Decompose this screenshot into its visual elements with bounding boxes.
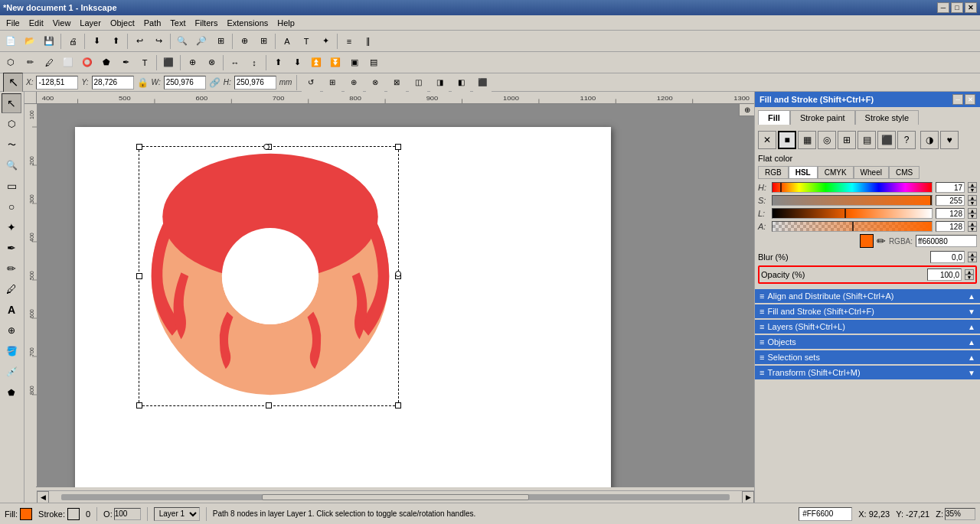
pencil-tool-btn[interactable]: ✏	[2, 259, 21, 278]
new-button[interactable]: 📄	[2, 32, 20, 50]
polygon-tool2[interactable]: ⬟	[97, 54, 116, 72]
fill-stroke-section-header[interactable]: ≡ Fill and Stroke (Shift+Ctrl+F) ▼	[755, 304, 980, 318]
tab-fill[interactable]: Fill	[758, 110, 790, 125]
top-btn[interactable]: ⏫	[307, 54, 325, 72]
scrollbar-thumb[interactable]	[262, 494, 529, 500]
handle-tl[interactable]	[136, 144, 142, 150]
h-scrollbar[interactable]: ◀ ▶	[37, 490, 754, 503]
grid-button[interactable]: ⊞	[254, 32, 273, 50]
fill-invert-btn[interactable]: ◑	[920, 131, 939, 149]
color-mode-cmyk[interactable]: CMYK	[818, 166, 854, 179]
undo-button[interactable]: ↩	[130, 32, 149, 50]
import-button[interactable]: ⬇	[87, 32, 106, 50]
flip-v-btn[interactable]: ↕	[245, 54, 263, 72]
color-mode-rgb[interactable]: RGB	[758, 166, 789, 179]
fill-swatch-btn[interactable]: ⬛	[877, 131, 896, 149]
text-tool-btn[interactable]: A	[2, 300, 21, 320]
menu-object[interactable]: Object	[106, 17, 139, 29]
h-slider[interactable]	[772, 182, 933, 193]
bezier-tool-btn[interactable]: ✒	[2, 238, 21, 258]
callig-tool-btn[interactable]: 🖊	[2, 279, 21, 299]
save-button[interactable]: 💾	[40, 32, 58, 50]
maximize-button[interactable]: □	[951, 2, 963, 13]
flip-h-btn[interactable]: ↔	[226, 54, 244, 72]
s-stepper[interactable]: ▲ ▼	[968, 195, 977, 206]
l-stepper[interactable]: ▲ ▼	[968, 208, 977, 219]
print-button[interactable]: 🖨	[64, 32, 82, 50]
h-stepper[interactable]: ▲ ▼	[968, 182, 977, 193]
a-down-btn[interactable]: ▼	[968, 226, 977, 232]
selection-sets-section-header[interactable]: ≡ Selection sets ▲	[755, 350, 980, 364]
tweak-tool-btn[interactable]: 〜	[2, 135, 21, 155]
zoom-tool-btn[interactable]: 🔍	[2, 155, 21, 175]
snap4-btn[interactable]: ⊠	[387, 73, 406, 92]
l-value-input[interactable]	[936, 208, 965, 219]
snap2-btn[interactable]: ⊕	[345, 73, 363, 92]
opacity-up-btn[interactable]: ▲	[965, 269, 974, 275]
s-down-btn[interactable]: ▼	[968, 200, 977, 206]
transform-button[interactable]: T	[297, 32, 315, 50]
menu-help[interactable]: Help	[273, 17, 299, 29]
objects-section-header[interactable]: ≡ Objects ▲	[755, 335, 980, 349]
snap-global-btn[interactable]: ⊞	[323, 73, 341, 92]
drawing-canvas[interactable]	[75, 127, 611, 487]
snap7-btn[interactable]: ◧	[452, 73, 470, 92]
raise-btn[interactable]: ⬆	[269, 54, 287, 72]
fill-btn[interactable]: ⬛	[159, 54, 178, 72]
rgba-input[interactable]	[916, 235, 977, 247]
node-tool2[interactable]: ⬡	[2, 54, 20, 72]
stroke-color-swatch[interactable]	[67, 508, 80, 520]
canvas-scroll-area[interactable]: ⊕	[37, 104, 754, 487]
l-slider[interactable]	[772, 208, 933, 219]
menu-extensions[interactable]: Extensions	[222, 17, 273, 29]
minimize-button[interactable]: ─	[937, 2, 949, 13]
node-edit-tool-btn[interactable]: ⬡	[2, 114, 21, 134]
align-button[interactable]: A	[278, 32, 296, 50]
fill-linear-btn[interactable]: ▦	[798, 131, 816, 149]
fill-color-swatch[interactable]	[20, 508, 32, 520]
opacity-stepper[interactable]: ▲ ▼	[965, 269, 974, 280]
selector-tool-btn[interactable]: ↖	[2, 93, 21, 113]
lock-icon[interactable]: 🔒	[137, 77, 149, 88]
bezier-handle-top[interactable]	[263, 144, 270, 150]
canvas-area[interactable]: 400 500 600 700 800 900 1000 1100 1200 1…	[24, 92, 754, 503]
menu-path[interactable]: Path	[139, 17, 166, 29]
color-mode-hsl[interactable]: HSL	[789, 166, 818, 179]
circ-tool2[interactable]: ⭕	[78, 54, 96, 72]
zoom-fit-button[interactable]: ⊞	[211, 32, 230, 50]
pen-tool2[interactable]: ✒	[116, 54, 135, 72]
s-slider[interactable]	[772, 195, 933, 206]
fill-flat-btn[interactable]: ■	[778, 131, 796, 149]
more-tool1[interactable]: ⊕	[183, 54, 201, 72]
a-slider[interactable]	[772, 221, 933, 232]
color-mode-wheel[interactable]: Wheel	[854, 166, 889, 179]
transform-section-header[interactable]: ≡ Transform (Shift+Ctrl+M) ▼	[755, 366, 980, 379]
ungroup-btn[interactable]: ▤	[364, 54, 383, 72]
a-value-input[interactable]	[936, 221, 965, 232]
spray-tool-btn[interactable]: ⊕	[2, 321, 21, 340]
menu-file[interactable]: File	[2, 17, 24, 29]
xml-editor-button[interactable]: ✦	[316, 32, 335, 50]
redo-button[interactable]: ↪	[149, 32, 168, 50]
menu-edit[interactable]: Edit	[24, 17, 48, 29]
scrollbar-track[interactable]	[61, 494, 730, 500]
zoom-input[interactable]	[945, 508, 975, 520]
snap6-btn[interactable]: ◨	[430, 73, 449, 92]
open-button[interactable]: 📂	[21, 32, 39, 50]
layers-section-header[interactable]: ≡ Layers (Shift+Ctrl+L) ▲	[755, 320, 980, 334]
w-input[interactable]	[164, 76, 206, 90]
opacity-input[interactable]	[927, 269, 962, 281]
circle-tool-btn[interactable]: ○	[2, 197, 21, 216]
more-btn2[interactable]: ‖	[359, 32, 377, 50]
handle-tm[interactable]	[266, 144, 272, 150]
more-tool2[interactable]: ⊗	[202, 54, 220, 72]
fill-mesh-btn[interactable]: ⊞	[838, 131, 856, 149]
menu-filters[interactable]: Filters	[191, 17, 223, 29]
x-input[interactable]	[36, 76, 78, 90]
text-tool2[interactable]: T	[136, 54, 154, 72]
panel-minimize-btn[interactable]: ─	[952, 94, 963, 105]
fill-none-btn[interactable]: ✕	[758, 131, 776, 149]
fill-radial-btn[interactable]: ◎	[818, 131, 836, 149]
tab-stroke-style[interactable]: Stroke style	[855, 110, 919, 125]
eyedropper-icon[interactable]: ✏	[877, 235, 886, 247]
